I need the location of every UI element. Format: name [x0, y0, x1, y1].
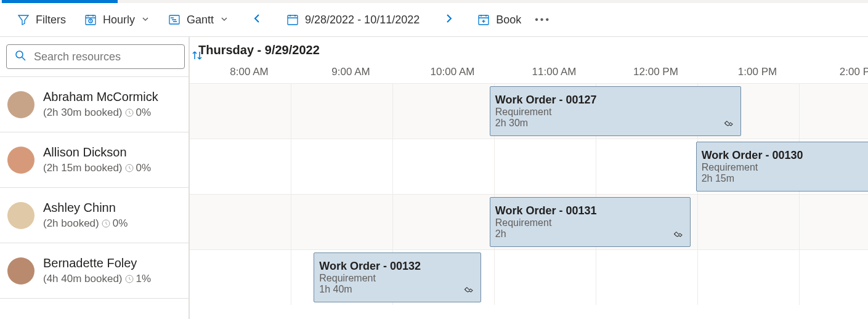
booking-duration: 2h [495, 228, 685, 240]
avatar [7, 147, 34, 174]
calendar-plus-icon [477, 14, 490, 26]
time-slot-label: 2:00 PM [808, 66, 868, 78]
hour-cell [393, 195, 495, 249]
resource-utilization: 0% [113, 217, 128, 230]
hour-cell [698, 195, 800, 249]
avatar [7, 257, 34, 285]
booking-block[interactable]: Work Order - 00127 Requirement 2h 30m [490, 86, 742, 136]
schedule-date-title: Thursday - 9/29/2022 [198, 43, 868, 57]
book-label: Book [496, 14, 521, 26]
hour-cell [698, 250, 800, 305]
more-actions-button[interactable]: ••• [535, 14, 551, 25]
content-split: Abraham McCormick (2h 30m booked) 0% All… [0, 37, 868, 319]
booking-subtitle: Requirement [495, 107, 736, 118]
booking-block[interactable]: Work Order - 00132 Requirement 1h 40m [314, 252, 481, 302]
grid-area: Work Order - 00127 Requirement 2h 30m Wo… [190, 83, 868, 305]
filters-button[interactable]: Filters [17, 14, 66, 26]
hour-cell [393, 139, 495, 194]
time-slot-label: 8:00 AM [198, 66, 300, 78]
date-prev-button[interactable] [247, 10, 268, 29]
clock-icon [102, 219, 110, 228]
avatar [7, 91, 34, 118]
clock-icon [125, 275, 134, 283]
handshake-icon [463, 283, 476, 298]
layout-mode-label: Gantt [187, 14, 214, 26]
booking-subtitle: Requirement [702, 162, 868, 173]
clock-icon [125, 164, 134, 172]
filters-label: Filters [36, 14, 66, 26]
hour-cell [596, 250, 698, 305]
time-slot-label: 10:00 AM [402, 66, 503, 78]
resource-subline: (2h 30m booked) 0% [43, 107, 158, 119]
filter-icon [17, 14, 30, 26]
schedule-header: Thursday - 9/29/2022 8:00 AM9:00 AM10:00… [190, 37, 868, 83]
avatar [7, 202, 34, 229]
grid-row[interactable]: Work Order - 00130 Requirement 2h 15m [190, 139, 868, 194]
hour-cell [190, 84, 291, 139]
date-range-label: 9/28/2022 - 10/11/2022 [305, 14, 420, 26]
resource-subline: (2h 15m booked) 0% [43, 162, 151, 174]
resource-utilization: 0% [136, 162, 152, 174]
grid-row[interactable]: Work Order - 00127 Requirement 2h 30m [190, 83, 868, 139]
hour-cell [800, 195, 868, 249]
hour-cell [495, 250, 596, 305]
booking-duration: 2h 30m [495, 118, 736, 129]
view-mode-dropdown[interactable]: Hourly [84, 14, 150, 26]
resource-row[interactable]: Allison Dickson (2h 15m booked) 0% [0, 132, 189, 188]
schedule-panel: Thursday - 9/29/2022 8:00 AM9:00 AM10:00… [190, 37, 868, 319]
calendar-icon [286, 14, 299, 26]
toolbar: Filters Hourly Gantt 9/28/2022 - 10/11/2… [0, 3, 868, 37]
view-mode-label: Hourly [103, 14, 135, 26]
booking-block[interactable]: Work Order - 00131 Requirement 2h [490, 197, 691, 247]
search-box[interactable] [6, 44, 185, 69]
resource-row[interactable]: Bernadette Foley (4h 40m booked) 1% [0, 243, 189, 299]
resource-name: Abraham McCormick [43, 90, 158, 104]
booking-block[interactable]: Work Order - 00130 Requirement 2h 15m [696, 142, 868, 192]
resource-booked-text: (2h 15m booked) [43, 162, 123, 174]
calendar-hourly-icon [84, 14, 97, 26]
booking-title: Work Order - 00127 [495, 94, 736, 107]
resource-booked-text: (4h 40m booked) [43, 273, 123, 285]
grid-row[interactable]: Work Order - 00131 Requirement 2h [190, 194, 868, 249]
date-next-button[interactable] [438, 10, 459, 29]
resource-row[interactable]: Ashley Chinn (2h booked) 0% [0, 188, 189, 243]
hour-cell [495, 139, 596, 194]
gantt-icon [168, 14, 180, 26]
time-slot-label: 1:00 PM [707, 66, 808, 78]
resource-utilization: 1% [136, 273, 152, 285]
resource-text: Allison Dickson (2h 15m booked) 0% [43, 145, 151, 174]
resource-row[interactable]: Abraham McCormick (2h 30m booked) 0% [0, 77, 189, 132]
time-slot-label: 9:00 AM [300, 66, 402, 78]
hour-cell [291, 84, 393, 139]
book-button[interactable]: Book [477, 14, 521, 26]
resource-text: Bernadette Foley (4h 40m booked) 1% [43, 256, 151, 285]
layout-mode-dropdown[interactable]: Gantt [168, 14, 229, 26]
hour-cell [393, 84, 495, 139]
booking-subtitle: Requirement [495, 217, 685, 228]
resource-booked-text: (2h 30m booked) [43, 107, 123, 119]
time-slot-label: 11:00 AM [503, 66, 605, 78]
booking-title: Work Order - 00131 [495, 204, 685, 217]
clock-icon [125, 108, 134, 117]
hour-cell [800, 84, 868, 139]
resource-utilization: 0% [136, 107, 152, 119]
chevron-down-icon [141, 14, 150, 26]
hour-cell [190, 139, 291, 194]
resource-list: Abraham McCormick (2h 30m booked) 0% All… [0, 77, 189, 299]
booking-duration: 2h 15m [702, 173, 868, 184]
hour-cell [190, 195, 291, 249]
svg-point-5 [16, 51, 23, 58]
resource-text: Abraham McCormick (2h 30m booked) 0% [43, 90, 158, 119]
hour-cell [596, 139, 698, 194]
hour-cell [800, 250, 868, 305]
booking-title: Work Order - 00130 [702, 149, 868, 162]
search-input[interactable] [34, 50, 177, 63]
resource-subline: (2h booked) 0% [43, 217, 128, 230]
resource-text: Ashley Chinn (2h booked) 0% [43, 201, 128, 230]
grid-row[interactable]: Work Order - 00132 Requirement 1h 40m [190, 249, 868, 305]
date-range-picker[interactable]: 9/28/2022 - 10/11/2022 [286, 14, 420, 26]
search-row [0, 37, 189, 77]
hour-cell [190, 250, 291, 305]
hour-cell [291, 195, 393, 249]
resource-subline: (4h 40m booked) 1% [43, 273, 151, 285]
